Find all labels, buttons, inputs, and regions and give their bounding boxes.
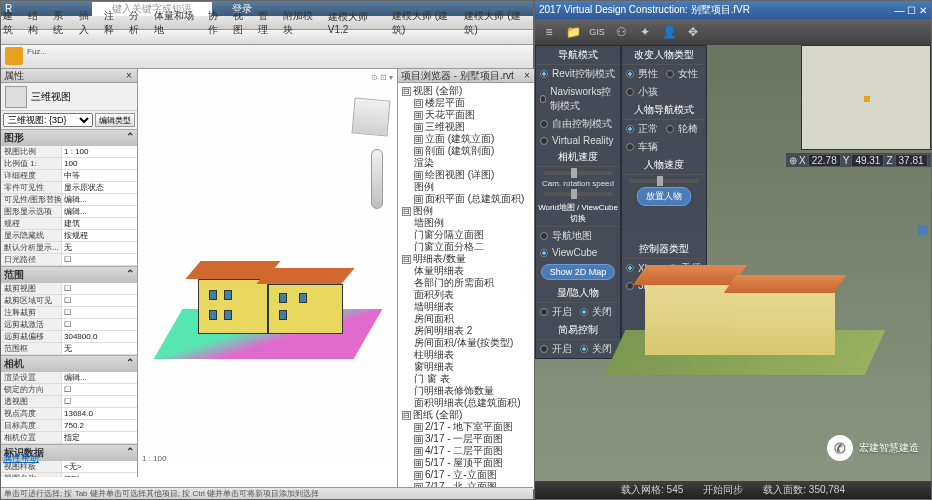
tree-node[interactable]: 面积明细表(总建筑面积) (400, 397, 533, 409)
prop-row[interactable]: 规程建筑 (1, 218, 137, 230)
radio-option[interactable]: 开启 (536, 340, 576, 358)
rotation-slider[interactable] (544, 192, 612, 196)
prop-row[interactable]: 可见性/图形替换编辑... (1, 194, 137, 206)
show-2d-button[interactable]: Show 2D Map (541, 264, 616, 280)
prop-row[interactable]: 零件可见性显示原状态 (1, 182, 137, 194)
tree-node[interactable]: ⊞剖面 (建筑剖面) (400, 145, 533, 157)
prop-row[interactable]: 视图名称{3D} (1, 473, 137, 477)
ribbon-tab[interactable]: 注释 (104, 9, 123, 37)
tree-node[interactable]: ⊟楼层平面 (400, 97, 533, 109)
tree-node[interactable]: ⊞5/17 - 屋顶平面图 (400, 457, 533, 469)
prop-row[interactable]: 图形显示选项编辑... (1, 206, 137, 218)
ribbon-tab[interactable]: 系统 (53, 9, 72, 37)
prop-group-header[interactable]: 范围⌃ (1, 266, 137, 283)
tree-node[interactable]: 窗明细表 (400, 361, 533, 373)
tree-node[interactable]: 房间面积 (400, 313, 533, 325)
puzzle-icon[interactable]: ✦ (637, 24, 653, 40)
ribbon-tab[interactable]: 建模大师 (建筑) (464, 9, 531, 37)
tree-node[interactable]: 体量明细表 (400, 265, 533, 277)
nav-bar[interactable] (371, 149, 383, 209)
tree-node[interactable]: ⊟视图 (全部) (400, 85, 533, 97)
ribbon-tab[interactable]: 协作 (208, 9, 227, 37)
tree-icon[interactable]: ⚇ (613, 24, 629, 40)
prop-row[interactable]: 显示隐藏线按规程 (1, 230, 137, 242)
browser-tree[interactable]: ⊟视图 (全部)⊟楼层平面⊞天花平面图⊞三维视图⊞立面 (建筑立面)⊞剖面 (建… (398, 83, 535, 489)
ribbon-tab[interactable]: 视图 (233, 9, 252, 37)
fuzor-icon[interactable] (5, 47, 23, 65)
tree-node[interactable]: ⊟图纸 (全部) (400, 409, 533, 421)
type-selector[interactable]: 三维视图: {3D} (3, 113, 93, 127)
viewcube[interactable] (351, 97, 390, 136)
revit-3d-viewport[interactable]: ⊙ ⊡ ▾ 1 : 100 (138, 69, 397, 465)
ribbon-tab[interactable]: 插入 (79, 9, 98, 37)
radio-option[interactable]: 开启 (536, 303, 576, 321)
props-help-link[interactable]: 属性帮助 (3, 452, 39, 465)
tree-node[interactable]: ⊞4/17 - 二层平面图 (400, 445, 533, 457)
tree-node[interactable]: ⊞天花平面图 (400, 109, 533, 121)
sync-button[interactable]: 开始同步 (703, 483, 743, 497)
radio-option[interactable]: 正常 (622, 120, 662, 138)
prop-row[interactable]: 锁定的方向☐ (1, 384, 137, 396)
radio-option[interactable]: 男性 (622, 65, 662, 83)
tree-node[interactable]: ⊟图例 (400, 205, 533, 217)
tree-node[interactable]: 门窗分隔立面图 (400, 229, 533, 241)
tree-node[interactable]: ⊞6/17 - 立-立面图 (400, 469, 533, 481)
ribbon-tab[interactable]: 附加模块 (283, 9, 321, 37)
prop-row[interactable]: 渲染设置编辑... (1, 372, 137, 384)
move-icon[interactable]: ✥ (685, 24, 701, 40)
prop-row[interactable]: 远剪裁激活☐ (1, 319, 137, 331)
prop-row[interactable]: 目标高度750.2 (1, 420, 137, 432)
tree-node[interactable]: ⊞2/17 - 地下室平面图 (400, 421, 533, 433)
tree-node[interactable]: 门 窗 表 (400, 373, 533, 385)
prop-row[interactable]: 视图比例1 : 100 (1, 146, 137, 158)
ribbon-tab[interactable]: 体量和场地 (154, 9, 202, 37)
folder-icon[interactable]: 📁 (565, 24, 581, 40)
prop-group-header[interactable]: 相机⌃ (1, 355, 137, 372)
prop-row[interactable]: 透视图☐ (1, 396, 137, 408)
prop-row[interactable]: 裁剪视图☐ (1, 283, 137, 295)
tree-node[interactable]: 门明细表修饰数量 (400, 385, 533, 397)
tree-node[interactable]: 墙明细表 (400, 301, 533, 313)
prop-row[interactable]: 比例值 1:100 (1, 158, 137, 170)
prop-row[interactable]: 日光路径☐ (1, 254, 137, 266)
prop-row[interactable]: 裁剪区域可见☐ (1, 295, 137, 307)
tree-node[interactable]: ⊞3/17 - 一层平面图 (400, 433, 533, 445)
radio-option[interactable]: Virtual Reality (536, 133, 620, 148)
tree-node[interactable]: 渲染 (400, 157, 533, 169)
gis-icon[interactable]: GIS (589, 24, 605, 40)
radio-option[interactable]: 关闭 (576, 340, 616, 358)
ribbon-tab[interactable]: 建筑 (3, 9, 22, 37)
place-char-button[interactable]: 放置人物 (637, 187, 691, 206)
avatar-icon[interactable]: 👤 (661, 24, 677, 40)
tree-node[interactable]: 图例 (400, 181, 533, 193)
char-speed-slider[interactable] (630, 179, 698, 183)
radio-option[interactable]: 车辆 (622, 138, 662, 156)
prop-row[interactable]: 详细程度中等 (1, 170, 137, 182)
pin-icon[interactable] (918, 225, 928, 235)
tree-node[interactable]: ⊞三维视图 (400, 121, 533, 133)
cam-speed-slider[interactable] (544, 171, 612, 175)
close-icon[interactable]: × (522, 71, 532, 81)
vdc-3d-viewport[interactable]: 导航模式 Revit控制模式Navisworks控制模式自由控制模式Virtua… (535, 45, 931, 481)
ribbon-tab[interactable]: 建模大师V1.2 (328, 10, 386, 35)
ribbon-tab[interactable]: 分析 (129, 9, 148, 37)
tree-node[interactable]: ⊞绘图视图 (详图) (400, 169, 533, 181)
radio-option[interactable]: 导航地图 (536, 227, 620, 245)
radio-option[interactable]: 女性 (662, 65, 702, 83)
menu-icon[interactable]: ≡ (541, 24, 557, 40)
prop-row[interactable]: 相机位置指定 (1, 432, 137, 444)
radio-option[interactable]: 自由控制模式 (536, 115, 620, 133)
prop-row[interactable]: 视点高度13684.0 (1, 408, 137, 420)
radio-option[interactable]: Navisworks控制模式 (536, 83, 620, 115)
ribbon-tab[interactable]: 结构 (28, 9, 47, 37)
ribbon-tab[interactable]: 管理 (258, 9, 277, 37)
radio-option[interactable]: 轮椅 (662, 120, 702, 138)
tree-node[interactable]: 面积列表 (400, 289, 533, 301)
minimap[interactable] (801, 45, 931, 150)
radio-option[interactable]: 关闭 (576, 303, 616, 321)
tree-node[interactable]: ⊞立面 (建筑立面) (400, 133, 533, 145)
tree-node[interactable]: 墙图例 (400, 217, 533, 229)
tree-node[interactable]: 柱明细表 (400, 349, 533, 361)
window-controls[interactable]: — ☐ ✕ (894, 5, 927, 16)
close-icon[interactable]: × (124, 71, 134, 81)
